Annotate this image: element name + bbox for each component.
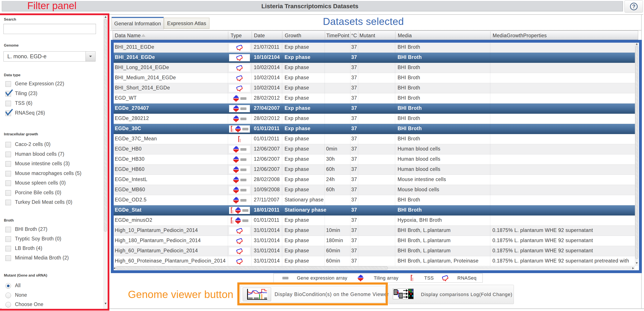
svg-text:?: ? <box>632 4 635 9</box>
